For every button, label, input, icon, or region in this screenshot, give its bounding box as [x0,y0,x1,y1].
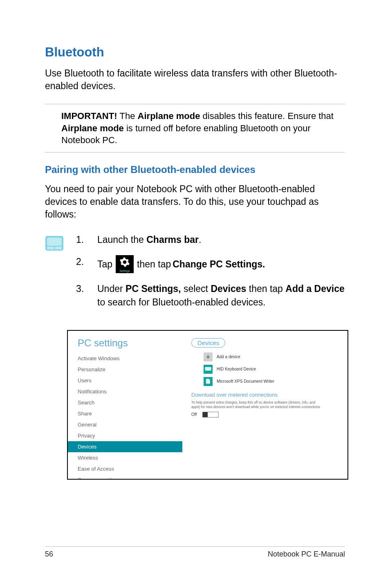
important-callout: IMPORTANT! The Airplane mode disables th… [45,104,345,153]
sidebar-item-users[interactable]: Users [68,375,182,386]
heading-bluetooth: Bluetooth [45,45,345,60]
settings-tile-label: Settings [116,269,134,273]
page-footer: 56 Notebook PC E-Manual [45,546,345,559]
step-1: 1. Launch the Charms bar. [76,233,345,246]
sidebar-item-wireless[interactable]: Wireless [68,452,182,463]
footer-title: Notebook PC E-Manual [268,550,345,559]
device-row[interactable]: 📄Microsoft XPS Document Writer [204,377,340,386]
intro-text: Use Bluetooth to facilitate wireless dat… [45,67,345,92]
device-row[interactable]: +Add a device [204,352,340,361]
sidebar-item-activate-windows[interactable]: Activate Windows [68,353,182,364]
pc-settings-screenshot: PC settings Activate WindowsPersonalizeU… [67,330,348,480]
important-bold-2: Airplane mode [61,123,124,133]
heading-pairing: Pairing with other Bluetooth-enabled dev… [45,164,345,175]
step-1-num: 1. [76,233,87,246]
page-number: 56 [45,550,53,559]
step-3-text-1: Under [97,283,126,294]
metered-toggle-row: Off [191,412,340,417]
metered-subhead: Download over metered connections [191,392,340,398]
step-3: 3. Under PC Settings, select Devices the… [76,282,345,308]
step-3-bold-3: Add a Device [285,283,344,294]
pc-settings-sidebar: PC settings Activate WindowsPersonalizeU… [68,331,182,479]
device-row[interactable]: ⌨HID Keyboard Device [204,365,340,374]
pc-settings-title: PC settings [68,336,182,353]
sidebar-item-notifications[interactable]: Notifications [68,386,182,397]
important-text-1: The [120,111,138,121]
svg-rect-1 [47,238,62,246]
important-bold-1: Airplane mode [138,111,200,121]
important-text-2: disables this feature. Ensure that [200,111,334,121]
plus-icon: + [204,352,213,361]
step-1-bold-1: Charms bar [146,234,199,245]
svg-rect-2 [47,247,54,249]
step-1-text-2: . [199,234,201,245]
step-2-bold-1: Change PC Settings. [173,258,265,271]
step-2-num: 2. [76,255,87,268]
sidebar-item-share[interactable]: Share [68,408,182,419]
step-3-bold-2: Devices [211,283,246,294]
step-3-bold-1: PC Settings, [126,283,181,294]
step-3-num: 3. [76,282,87,295]
document-icon: 📄 [204,377,213,386]
sidebar-item-sync-your-settings[interactable]: Sync your settings [68,474,182,480]
sidebar-item-search[interactable]: Search [68,397,182,408]
devices-callout: Devices [191,338,225,348]
metered-description: To help prevent extra charges, keep this… [191,400,322,409]
important-prefix: IMPORTANT! [61,111,120,121]
step-2-text-2: then tap [137,258,171,271]
step-1-text-1: Launch the [97,234,146,245]
step-3-text-2: select [181,283,211,294]
svg-rect-3 [55,247,62,249]
step-2-text-1: Tap [97,258,112,271]
sidebar-item-general[interactable]: General [68,419,182,430]
device-label: HID Keyboard Device [217,367,256,371]
toggle-label: Off [191,412,197,417]
gear-icon [119,257,130,267]
keyboard-icon: ⌨ [204,365,213,374]
device-label: Add a device [217,355,240,359]
touchpad-icon [45,236,64,251]
sidebar-item-ease-of-access[interactable]: Ease of Access [68,463,182,474]
pairing-intro: You need to pair your Notebook PC with o… [45,183,345,221]
metered-toggle[interactable] [202,412,219,417]
step-3-text-3: then tap [246,283,285,294]
step-3-text-4: to search for Bluetooth-enabled devices. [97,297,266,307]
step-2: 2. Tap Settings then tap Change PC Setti… [76,255,345,273]
sidebar-item-privacy[interactable]: Privacy [68,430,182,441]
sidebar-item-personalize[interactable]: Personalize [68,364,182,375]
settings-tile-icon: Settings [116,255,134,273]
pc-settings-panel: Devices +Add a device⌨HID Keyboard Devic… [182,331,347,479]
device-label: Microsoft XPS Document Writer [217,379,274,384]
sidebar-item-devices[interactable]: Devices [68,441,182,452]
